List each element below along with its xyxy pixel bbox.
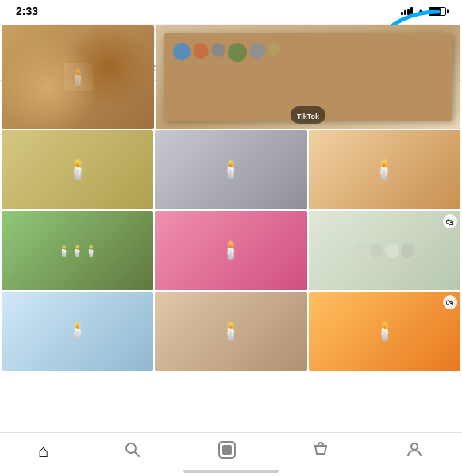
wifi-icon: ▲ — [416, 6, 425, 17]
profile-icon — [405, 440, 424, 463]
grid-item[interactable]: 🕯️ — [2, 25, 154, 129]
search-nav-icon — [124, 441, 141, 462]
grid-item[interactable]: 🕯️ — [155, 211, 306, 290]
nav-shop[interactable] — [304, 438, 337, 465]
grid-item[interactable]: 🕯️ — [309, 130, 460, 209]
grid-item[interactable]: 🕯️ 🛍 — [309, 292, 460, 371]
nav-home[interactable]: ⌂ — [30, 440, 56, 463]
battery-icon — [429, 7, 446, 16]
status-time: 2:33 — [16, 5, 38, 17]
grid-item[interactable]: 🕯️ — [155, 130, 306, 209]
svg-line-2 — [135, 452, 140, 457]
shop-badge-2: 🛍 — [443, 295, 457, 309]
nav-create[interactable] — [210, 437, 244, 466]
content-area: 🕯️ TikTok — [0, 24, 462, 432]
nav-search[interactable] — [116, 438, 149, 465]
home-indicator — [183, 470, 279, 473]
grid-item[interactable]: 🕯️ — [2, 130, 153, 209]
svg-rect-4 — [222, 445, 232, 455]
signal-icon — [401, 7, 413, 15]
nav-profile[interactable] — [397, 437, 432, 466]
grid-item[interactable]: 🕯️ — [2, 292, 153, 371]
svg-point-5 — [411, 443, 418, 450]
grid-item[interactable]: 🕯️🕯️🕯️ — [2, 211, 153, 290]
shop-badge: 🛍 — [443, 214, 457, 228]
home-icon: ⌂ — [38, 443, 48, 460]
shop-icon — [312, 441, 329, 462]
status-bar: 2:33 ▲ — [0, 0, 462, 21]
status-icons: ▲ — [401, 6, 446, 17]
create-icon — [218, 440, 237, 463]
grid-item-large[interactable]: TikTok — [156, 25, 460, 129]
grid-item[interactable]: 🕯️ — [155, 292, 306, 371]
grid-item[interactable]: 🛍 — [309, 211, 460, 290]
